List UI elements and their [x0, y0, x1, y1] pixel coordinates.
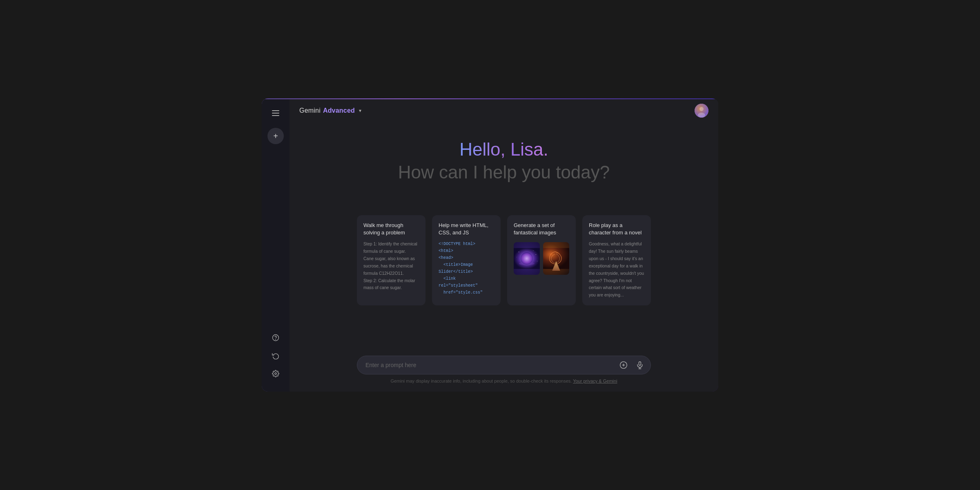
suggestion-card-images[interactable]: Generate a set of fantastical images [507, 215, 576, 305]
fantasy-svg-1 [514, 242, 540, 275]
disclaimer: Gemini may display inaccurate info, incl… [390, 379, 617, 383]
svg-rect-21 [639, 362, 641, 365]
input-area: Gemini may display inaccurate info, incl… [290, 349, 718, 392]
settings-icon [272, 370, 279, 377]
help-button[interactable] [267, 330, 284, 346]
svg-point-8 [525, 256, 529, 260]
app-title-accent: Advanced [323, 107, 355, 114]
add-content-button[interactable] [616, 358, 631, 372]
svg-point-14 [537, 261, 537, 261]
greeting-section: Hello, Lisa. How can I help you today? W… [290, 123, 718, 349]
svg-point-11 [533, 251, 533, 251]
greeting-name: Lisa. [510, 139, 548, 159]
main-content: Gemini Advanced ▾ [290, 98, 718, 392]
svg-point-4 [699, 107, 704, 111]
suggestion-card-problem[interactable]: Walk me through solving a problem Step 1… [357, 215, 425, 305]
plus-circle-icon [619, 361, 628, 369]
hamburger-line-2 [272, 113, 279, 114]
svg-point-13 [517, 257, 517, 258]
microphone-icon [636, 361, 644, 369]
svg-point-12 [536, 254, 536, 255]
suggestion-card-html[interactable]: Help me write HTML, CSS, and JS <!DOCTYP… [432, 215, 501, 305]
svg-point-5 [698, 113, 705, 118]
svg-point-1 [276, 339, 276, 339]
fantasy-image-1 [514, 242, 540, 275]
svg-point-16 [553, 265, 559, 267]
svg-point-7 [522, 254, 531, 263]
history-icon [272, 352, 279, 359]
sidebar-bottom [263, 330, 289, 385]
fantasy-svg-2 [543, 242, 569, 275]
svg-rect-15 [543, 248, 569, 269]
card-roleplay-title: Role play as a character from a novel [589, 222, 644, 236]
header: Gemini Advanced ▾ [290, 98, 718, 123]
svg-point-9 [519, 262, 535, 265]
help-icon [272, 334, 279, 341]
menu-button[interactable] [267, 105, 284, 121]
card-html-title: Help me write HTML, CSS, and JS [439, 222, 494, 236]
privacy-link[interactable]: Your privacy & Gemini [573, 379, 617, 383]
prompt-input[interactable] [365, 358, 613, 372]
app-title-plain: Gemini [299, 107, 321, 114]
card-problem-title: Walk me through solving a problem [363, 222, 419, 236]
disclaimer-text: Gemini may display inaccurate info, incl… [390, 379, 572, 383]
plus-icon: + [273, 131, 278, 141]
svg-point-10 [519, 252, 519, 252]
input-actions [616, 358, 647, 372]
svg-point-2 [275, 373, 277, 375]
greeting-subtitle: How can I help you today? [357, 162, 651, 183]
header-left: Gemini Advanced ▾ [299, 107, 363, 114]
hamburger-line-3 [272, 115, 279, 116]
user-avatar[interactable] [695, 104, 708, 118]
sidebar: + [262, 98, 290, 392]
chevron-down-icon: ▾ [359, 108, 361, 114]
new-chat-button[interactable]: + [267, 128, 284, 144]
svg-rect-6 [514, 248, 540, 269]
svg-point-0 [273, 335, 279, 341]
title-dropdown-button[interactable]: ▾ [357, 107, 363, 114]
greeting-hello: Hello, Lisa. [357, 139, 651, 160]
card-images-title: Generate a set of fantastical images [514, 222, 569, 236]
microphone-button[interactable] [633, 358, 647, 372]
hamburger-line-1 [272, 110, 279, 111]
card-roleplay-preview: Goodness, what a delightful day! The sun… [589, 241, 644, 299]
suggestion-cards: Walk me through solving a problem Step 1… [357, 215, 651, 305]
sidebar-top: + [262, 105, 290, 144]
card-problem-preview: Step 1: Identify the chemical formula of… [363, 241, 419, 299]
settings-button[interactable] [267, 365, 284, 382]
greeting-prefix: Hello, [459, 139, 510, 159]
svg-rect-17 [555, 263, 558, 266]
avatar-svg [695, 104, 708, 118]
card-images-preview [514, 242, 569, 275]
history-button[interactable] [267, 347, 284, 364]
prompt-input-container [357, 356, 651, 374]
suggestion-card-roleplay[interactable]: Role play as a character from a novel Go… [582, 215, 651, 305]
fantasy-image-2 [543, 242, 569, 275]
card-html-preview: <!DOCTYPE html> <html> <head> <title>Ima… [439, 241, 494, 299]
avatar-image [695, 104, 708, 118]
